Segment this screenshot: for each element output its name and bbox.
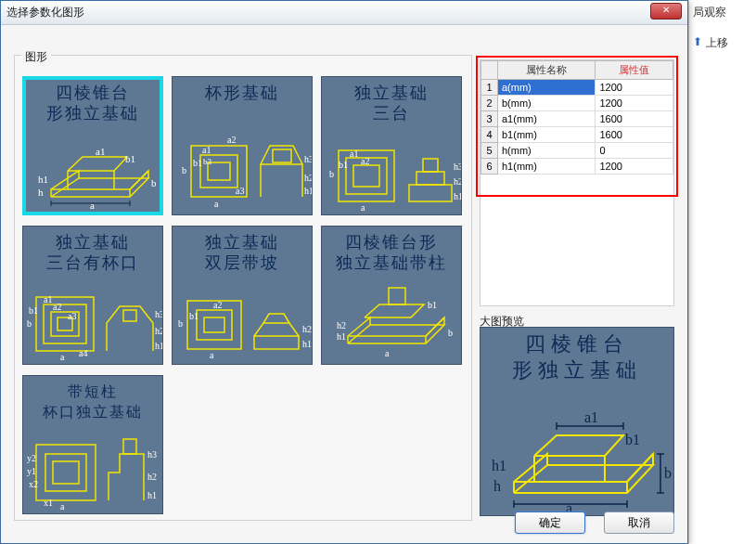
svg-text:a1: a1 <box>202 145 211 155</box>
svg-text:x1: x1 <box>44 498 53 508</box>
side-tab-observe[interactable]: 局观察 <box>693 5 726 20</box>
svg-text:a1: a1 <box>44 294 52 304</box>
shape-three-step-cup[interactable]: 独立基础三台有杯口 a b <box>22 226 163 365</box>
svg-text:y1: y1 <box>27 466 36 476</box>
svg-text:b: b <box>664 465 672 481</box>
close-button[interactable]: ✕ <box>650 3 682 19</box>
svg-text:a: a <box>60 501 65 510</box>
dialog-title: 选择参数化图形 <box>6 5 84 20</box>
svg-rect-25 <box>353 165 379 187</box>
svg-rect-54 <box>204 317 224 332</box>
thumb-title: 四棱锥台形独立基础 <box>23 77 162 123</box>
svg-text:x2: x2 <box>29 479 38 489</box>
svg-text:y2: y2 <box>27 453 36 463</box>
svg-rect-10 <box>200 155 237 188</box>
svg-text:a1: a1 <box>584 409 598 425</box>
svg-rect-26 <box>409 185 452 201</box>
shape-double-slope[interactable]: 独立基础双层带坡 a b <box>172 226 313 365</box>
attr-value-cell[interactable]: 1200 <box>596 96 673 111</box>
side-tab-moveup[interactable]: 上移 <box>706 35 728 51</box>
svg-rect-27 <box>416 172 444 185</box>
svg-text:h1: h1 <box>304 186 313 196</box>
svg-text:h2: h2 <box>147 472 157 482</box>
svg-text:h1: h1 <box>147 490 157 500</box>
attr-row[interactable]: 1 a(mm) 1200 <box>481 80 673 96</box>
cancel-button[interactable]: 取消 <box>604 512 674 534</box>
dialog-content: 图形 四棱锥台形独立基础 <box>1 25 687 543</box>
svg-text:b1: b1 <box>625 432 640 447</box>
svg-rect-28 <box>423 159 438 172</box>
ok-button[interactable]: 确定 <box>515 512 585 534</box>
attr-header-row: 属性名称 属性值 <box>481 61 673 80</box>
svg-rect-70 <box>53 461 79 484</box>
svg-rect-71 <box>123 439 136 454</box>
svg-text:h1: h1 <box>454 191 462 201</box>
side-panel: 局观察 ⬆ 上移 <box>688 0 756 544</box>
svg-rect-41 <box>123 310 136 321</box>
svg-text:h1: h1 <box>302 339 312 349</box>
svg-text:b1: b1 <box>189 311 199 321</box>
svg-rect-40 <box>58 317 72 330</box>
svg-rect-24 <box>346 158 387 194</box>
svg-text:h3: h3 <box>304 154 313 164</box>
preview-title: 四棱锥台形独立基础 <box>481 328 673 383</box>
svg-text:h1: h1 <box>492 458 506 473</box>
svg-text:a2: a2 <box>227 135 236 145</box>
attr-row[interactable]: 4 b1(mm) 1600 <box>481 127 673 143</box>
thumb-title: 独立基础三台 <box>322 77 461 123</box>
svg-text:b: b <box>182 165 186 175</box>
shapes-group-label: 图形 <box>21 49 51 65</box>
svg-text:h3: h3 <box>147 449 157 460</box>
attr-row[interactable]: 6 h1(mm) 1200 <box>481 159 673 175</box>
svg-text:a: a <box>214 199 219 209</box>
svg-rect-68 <box>36 445 96 500</box>
svg-text:b1: b1 <box>339 160 348 170</box>
svg-text:b1: b1 <box>193 158 202 168</box>
attr-value-cell[interactable]: 1600 <box>596 127 673 143</box>
attr-value-cell[interactable]: 1200 <box>596 80 673 96</box>
svg-rect-37 <box>36 297 94 351</box>
shape-pyramid-frustum[interactable]: 四棱锥台形独立基础 a b <box>22 76 163 215</box>
attr-col-rownum <box>481 61 498 80</box>
svg-text:b: b <box>178 318 183 329</box>
svg-text:a3: a3 <box>236 186 244 196</box>
shape-short-col-cup[interactable]: 带短柱杯口独立基础 a y1 y2 <box>22 375 163 514</box>
svg-text:a: a <box>210 350 214 360</box>
attr-row[interactable]: 3 a1(mm) 1600 <box>481 111 673 127</box>
attr-row[interactable]: 5 h(mm) 0 <box>481 143 673 159</box>
svg-rect-23 <box>339 150 394 201</box>
attr-value-cell[interactable]: 0 <box>596 143 673 159</box>
svg-rect-39 <box>51 312 79 336</box>
svg-text:a: a <box>90 200 95 211</box>
svg-text:h2: h2 <box>337 320 346 330</box>
shape-three-step[interactable]: 独立基础三台 a b <box>321 76 462 215</box>
svg-text:a2: a2 <box>213 300 222 310</box>
svg-text:h1: h1 <box>155 341 163 351</box>
shapes-group: 四棱锥台形独立基础 a b <box>14 55 472 521</box>
svg-rect-55 <box>254 336 299 349</box>
svg-text:b1: b1 <box>125 153 135 164</box>
svg-text:a3: a3 <box>68 311 76 321</box>
svg-text:b1: b1 <box>428 300 437 310</box>
svg-text:b: b <box>448 328 453 338</box>
svg-rect-53 <box>197 310 232 340</box>
shape-cup[interactable]: 杯形基础 a b <box>172 76 313 215</box>
svg-text:a: a <box>60 352 65 360</box>
svg-text:h1: h1 <box>337 331 346 342</box>
thumbs-container: 四棱锥台形独立基础 a b <box>19 76 468 514</box>
attr-col-value: 属性值 <box>596 61 673 80</box>
attr-row[interactable]: 2 b(mm) 1200 <box>481 96 673 111</box>
attr-value-cell[interactable]: 1200 <box>596 159 673 175</box>
preview-panel: 四棱锥台形独立基础 <box>480 327 674 516</box>
svg-text:h2: h2 <box>304 173 313 183</box>
attr-value-cell[interactable]: 1600 <box>596 111 673 127</box>
thumb-title: 杯形基础 <box>173 77 312 103</box>
thumb-title: 独立基础双层带坡 <box>173 227 312 273</box>
shape-frustum-column[interactable]: 四棱锥台形独立基础带柱 a b <box>321 226 462 365</box>
attribute-table[interactable]: 属性名称 属性值 1 a(mm) 1200 2 b(mm) 1200 <box>481 60 673 175</box>
svg-rect-52 <box>187 301 241 349</box>
svg-text:b: b <box>151 177 157 188</box>
svg-text:h2: h2 <box>155 326 163 336</box>
svg-text:a1: a1 <box>350 149 358 159</box>
svg-text:b1: b1 <box>29 305 38 316</box>
